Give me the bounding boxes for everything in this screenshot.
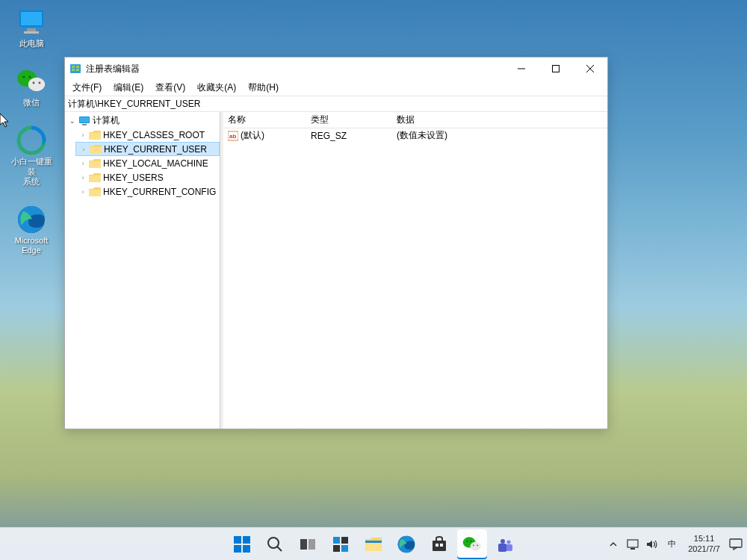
column-type[interactable]: 类型 <box>306 113 392 126</box>
minimize-button[interactable] <box>504 57 539 80</box>
svg-point-57 <box>500 539 505 544</box>
folder-icon <box>89 158 101 169</box>
edge-button[interactable] <box>391 529 421 559</box>
tree-node-label: HKEY_CURRENT_USER <box>104 144 207 155</box>
svg-rect-61 <box>627 540 638 547</box>
icon-label: Microsoft Edge <box>15 236 49 255</box>
teams-button[interactable] <box>490 529 520 559</box>
folder-icon <box>89 172 101 183</box>
notification-icon[interactable] <box>729 538 743 550</box>
chevron-right-icon[interactable]: › <box>78 131 87 140</box>
svg-rect-35 <box>234 545 241 553</box>
svg-rect-16 <box>72 69 75 71</box>
clock[interactable]: 15:11 2021/7/7 <box>685 534 723 553</box>
tree-root[interactable]: ⌄ 计算机 <box>65 113 220 128</box>
start-button[interactable] <box>227 529 257 559</box>
menu-view[interactable]: 查看(V) <box>149 80 191 96</box>
desktop[interactable]: 此电脑 微信 小白一键重装 系统 Microsoft Edge 注册 <box>0 0 747 560</box>
maximize-button[interactable] <box>539 57 573 80</box>
tree-node-hkcu[interactable]: › HKEY_CURRENT_USER <box>75 142 220 156</box>
system-tray: 中 15:11 2021/7/7 <box>607 528 743 560</box>
tree-node-hkcr[interactable]: › HKEY_CLASSES_ROOT <box>75 128 220 142</box>
tree-node-hkcc[interactable]: › HKEY_CURRENT_CONFIG <box>75 184 220 199</box>
svg-point-7 <box>33 82 35 84</box>
svg-rect-15 <box>72 66 75 68</box>
svg-point-55 <box>466 541 468 542</box>
chevron-right-icon[interactable]: › <box>78 173 87 182</box>
tree-node-label: HKEY_CURRENT_CONFIG <box>103 187 216 197</box>
menu-edit[interactable]: 编辑(E) <box>108 80 149 96</box>
close-button[interactable] <box>573 57 607 80</box>
icon-label: 微信 <box>23 98 40 108</box>
desktop-icon-edge[interactable]: Microsoft Edge <box>6 203 57 257</box>
search-button[interactable] <box>260 529 290 559</box>
desktop-icon-wechat[interactable]: 微信 <box>6 65 57 109</box>
edge-icon <box>16 205 46 234</box>
folder-icon <box>89 187 101 197</box>
column-name[interactable]: 名称 <box>223 113 306 126</box>
column-data[interactable]: 数据 <box>392 113 607 126</box>
svg-rect-25 <box>82 124 87 125</box>
svg-rect-60 <box>498 544 506 552</box>
svg-rect-26 <box>89 133 101 140</box>
taskbar: 中 15:11 2021/7/7 <box>0 527 747 560</box>
wechat-taskbar-button[interactable] <box>457 529 487 559</box>
tree-node-label: HKEY_LOCAL_MACHINE <box>103 158 208 169</box>
tray-chevron-icon[interactable] <box>607 540 620 549</box>
svg-rect-30 <box>89 190 101 196</box>
content-area: ⌄ 计算机 › HKEY_CLASSES_ROOT › HKEY_CURRENT… <box>65 112 607 429</box>
network-icon[interactable] <box>626 539 639 550</box>
svg-point-37 <box>268 538 279 548</box>
svg-rect-39 <box>300 539 307 550</box>
svg-rect-41 <box>333 537 340 544</box>
chevron-right-icon[interactable]: › <box>78 187 87 196</box>
menu-favorites[interactable]: 收藏夹(A) <box>191 80 242 96</box>
list-body[interactable]: ab (默认) REG_SZ (数值未设置) <box>223 128 607 429</box>
folder-icon <box>89 130 101 140</box>
chevron-down-icon[interactable]: ⌄ <box>68 116 77 125</box>
menu-file[interactable]: 文件(F) <box>66 80 108 96</box>
svg-point-9 <box>22 76 25 78</box>
svg-rect-44 <box>341 545 348 552</box>
chevron-right-icon[interactable]: › <box>79 145 88 154</box>
svg-point-58 <box>507 540 511 544</box>
string-value-icon: ab <box>228 131 238 141</box>
ime-indicator[interactable]: 中 <box>665 539 679 549</box>
list-row[interactable]: ab (默认) REG_SZ (数值未设置) <box>223 128 607 143</box>
desktop-icons: 此电脑 微信 小白一键重装 系统 Microsoft Edge <box>6 6 57 257</box>
svg-rect-3 <box>24 31 39 34</box>
store-button[interactable] <box>424 529 454 559</box>
tree-pane[interactable]: ⌄ 计算机 › HKEY_CLASSES_ROOT › HKEY_CURRENT… <box>65 112 220 429</box>
svg-point-54 <box>477 544 478 546</box>
svg-point-53 <box>473 544 474 546</box>
svg-rect-42 <box>341 537 348 544</box>
regedit-window: 注册表编辑器 文件(F) 编辑(E) 查看(V) 收藏夹(A) 帮助(H) 计算… <box>64 57 608 429</box>
svg-rect-36 <box>243 545 250 553</box>
window-title: 注册表编辑器 <box>86 63 504 75</box>
svg-point-10 <box>28 76 31 78</box>
volume-icon[interactable] <box>645 539 659 550</box>
svg-point-52 <box>470 541 480 550</box>
chevron-right-icon[interactable]: › <box>78 159 87 168</box>
titlebar[interactable]: 注册表编辑器 <box>65 57 607 80</box>
task-view-button[interactable] <box>293 529 323 559</box>
value-data: (数值未设置) <box>397 129 447 142</box>
tree-node-hku[interactable]: › HKEY_USERS <box>75 170 220 184</box>
svg-rect-46 <box>365 541 382 543</box>
tree-node-hklm[interactable]: › HKEY_LOCAL_MACHINE <box>75 156 220 170</box>
address-bar[interactable]: 计算机\HKEY_CURRENT_USER <box>65 96 607 112</box>
svg-rect-24 <box>80 117 89 122</box>
desktop-icon-xiaobai[interactable]: 小白一键重装 系统 <box>6 124 57 188</box>
explorer-button[interactable] <box>359 529 388 559</box>
svg-rect-40 <box>309 539 315 550</box>
svg-rect-62 <box>630 548 635 550</box>
menu-help[interactable]: 帮助(H) <box>242 80 285 96</box>
widgets-button[interactable] <box>326 529 356 559</box>
svg-rect-50 <box>440 544 443 547</box>
list-pane: 名称 类型 数据 ab (默认) REG_SZ (数值未设置) <box>223 112 607 429</box>
svg-rect-20 <box>553 66 560 72</box>
svg-rect-43 <box>333 545 340 552</box>
folder-icon <box>90 144 102 155</box>
desktop-icon-this-pc[interactable]: 此电脑 <box>6 6 57 50</box>
value-type: REG_SZ <box>311 131 347 141</box>
